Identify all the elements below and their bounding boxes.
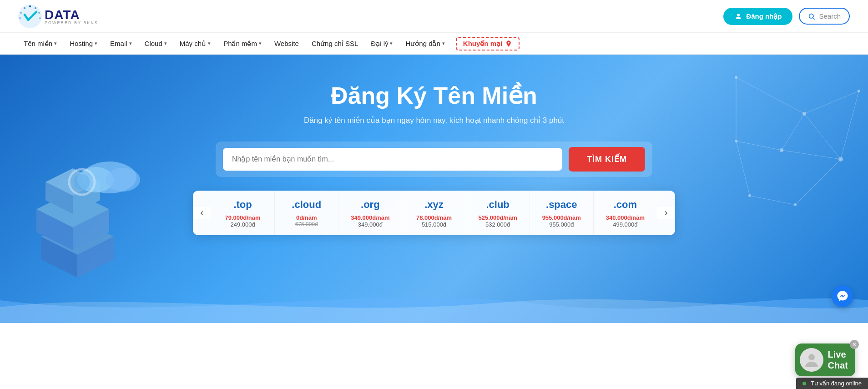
nav-promo[interactable]: Khuyến mại: [456, 37, 520, 51]
hero-right-decor: [713, 68, 868, 241]
domain-ext: .org: [343, 199, 397, 211]
svg-point-3: [38, 12, 40, 14]
svg-line-20: [782, 150, 841, 159]
nav-ten-mien[interactable]: Tên miền ▾: [18, 33, 62, 55]
svg-line-16: [750, 196, 795, 205]
header: DATA POWERED BY BKNS Đăng nhập Search: [0, 0, 868, 33]
domain-price-now: 349.000đ: [343, 221, 397, 228]
login-button[interactable]: Đăng nhập: [723, 8, 792, 25]
domain-cards-wrapper: ‹ .top 79.000đ/năm 249.000đ .cloud 0đ/nă…: [193, 191, 675, 235]
svg-marker-38: [73, 182, 100, 214]
domain-ext: .space: [535, 199, 589, 211]
search-box[interactable]: Search: [799, 8, 850, 25]
svg-line-11: [736, 77, 804, 114]
svg-point-4: [39, 17, 41, 19]
nav-phan-mem[interactable]: Phần mềm ▾: [218, 33, 267, 55]
nav-huong-dan[interactable]: Hướng dẫn ▾: [400, 33, 450, 55]
domain-price-now: 249.000đ: [216, 221, 270, 228]
domain-price-now: 955.000đ: [535, 221, 589, 228]
domain-price-sale: 0đ/năm: [279, 214, 333, 221]
domain-card-space[interactable]: .space 955.000đ/năm 955.000đ: [530, 191, 594, 235]
domain-next-button[interactable]: ›: [657, 207, 675, 219]
svg-marker-35: [73, 209, 109, 250]
search-domain-button[interactable]: TÌM KIẾM: [569, 147, 645, 172]
svg-point-29: [780, 148, 783, 152]
domain-ext: .top: [216, 199, 270, 211]
chevron-down-icon: ▾: [95, 40, 97, 46]
svg-marker-32: [77, 237, 114, 278]
logo-sub: POWERED BY BKNS: [45, 20, 98, 25]
user-icon: [734, 12, 742, 20]
header-right: Đăng nhập Search: [723, 8, 850, 25]
search-label: Search: [819, 12, 841, 20]
domain-price-now: 532.000đ: [471, 221, 525, 228]
nav-may-chu[interactable]: Máy chủ ▾: [174, 33, 216, 55]
domain-card-cloud[interactable]: .cloud 0đ/năm 675.000đ: [275, 191, 338, 235]
promo-icon: [505, 40, 512, 47]
svg-point-23: [802, 112, 806, 116]
messenger-icon: [837, 290, 848, 302]
hero-section: Đăng Ký Tên Miền Đăng ký tên miền của bạ…: [0, 55, 868, 323]
svg-marker-31: [41, 237, 77, 278]
domain-ext: .com: [598, 199, 652, 211]
svg-line-12: [804, 91, 859, 114]
chevron-down-icon: ▾: [442, 40, 445, 46]
domain-price-sale: 79.000đ/năm: [216, 214, 270, 221]
chevron-down-icon: ▾: [164, 40, 167, 46]
svg-point-41: [106, 168, 140, 192]
hero-left-decor: [0, 96, 173, 296]
nav-hosting[interactable]: Hosting ▾: [64, 33, 103, 55]
svg-point-8: [737, 14, 740, 16]
domain-price-orig: 675.000đ: [279, 221, 333, 227]
svg-point-5: [24, 7, 25, 9]
domain-card-xyz[interactable]: .xyz 78.000đ/năm 515.000đ: [402, 191, 466, 235]
svg-marker-36: [45, 168, 100, 196]
domain-card-top[interactable]: .top 79.000đ/năm 249.000đ: [211, 191, 275, 235]
domain-prev-button[interactable]: ‹: [193, 207, 211, 219]
domain-card-club[interactable]: .club 525.000đ/năm 532.000đ: [466, 191, 530, 235]
nav-email[interactable]: Email ▾: [105, 33, 137, 55]
domain-cards: .top 79.000đ/năm 249.000đ .cloud 0đ/năm …: [211, 191, 657, 235]
domain-ext: .xyz: [407, 199, 461, 211]
svg-line-13: [804, 114, 841, 159]
nav-website[interactable]: Website: [269, 33, 304, 55]
chevron-down-icon: ▾: [54, 40, 57, 46]
chevron-down-icon: ▾: [129, 40, 132, 46]
svg-point-1: [29, 5, 31, 7]
svg-marker-30: [41, 218, 114, 255]
navbar: Tên miền ▾ Hosting ▾ Email ▾ Cloud ▾ Máy…: [0, 33, 868, 55]
svg-marker-33: [36, 191, 109, 227]
domain-cards-container: ‹ .top 79.000đ/năm 249.000đ .cloud 0đ/nă…: [193, 191, 675, 235]
logo[interactable]: DATA POWERED BY BKNS: [18, 5, 98, 28]
svg-point-0: [18, 5, 42, 28]
domain-price-sale: 349.000đ/năm: [343, 214, 397, 221]
svg-point-25: [838, 157, 843, 162]
domain-price-now: 499.000đ: [598, 221, 652, 228]
svg-line-10: [813, 18, 815, 20]
svg-point-2: [35, 7, 36, 9]
svg-point-39: [82, 162, 136, 193]
svg-point-7: [19, 17, 21, 19]
nav-dai-ly[interactable]: Đại lý ▾: [365, 33, 398, 55]
domain-price-sale: 340.000đ/năm: [598, 214, 652, 221]
svg-line-19: [782, 114, 804, 150]
domain-price-sale: 78.000đ/năm: [407, 214, 461, 221]
svg-point-28: [735, 140, 737, 142]
domain-ext: .cloud: [279, 199, 333, 211]
svg-line-17: [736, 141, 750, 196]
svg-line-21: [736, 141, 782, 150]
nav-ssl[interactable]: Chứng chỉ SSL: [306, 33, 363, 55]
svg-point-42: [69, 169, 95, 195]
svg-point-9: [809, 14, 813, 18]
svg-point-6: [20, 12, 22, 14]
domain-card-org[interactable]: .org 349.000đ/năm 349.000đ: [338, 191, 402, 235]
hero-subtitle: Đăng ký tên miền của bạn ngay hôm nay, k…: [304, 116, 564, 125]
domain-search-input[interactable]: [223, 148, 562, 171]
svg-point-26: [794, 203, 797, 206]
domain-card-com[interactable]: .com 340.000đ/năm 499.000đ: [594, 191, 657, 235]
hero-search-row: TÌM KIẾM: [216, 141, 652, 177]
svg-point-22: [735, 76, 737, 79]
nav-cloud[interactable]: Cloud ▾: [139, 33, 172, 55]
messenger-fab[interactable]: [832, 285, 853, 307]
search-icon: [808, 13, 815, 20]
